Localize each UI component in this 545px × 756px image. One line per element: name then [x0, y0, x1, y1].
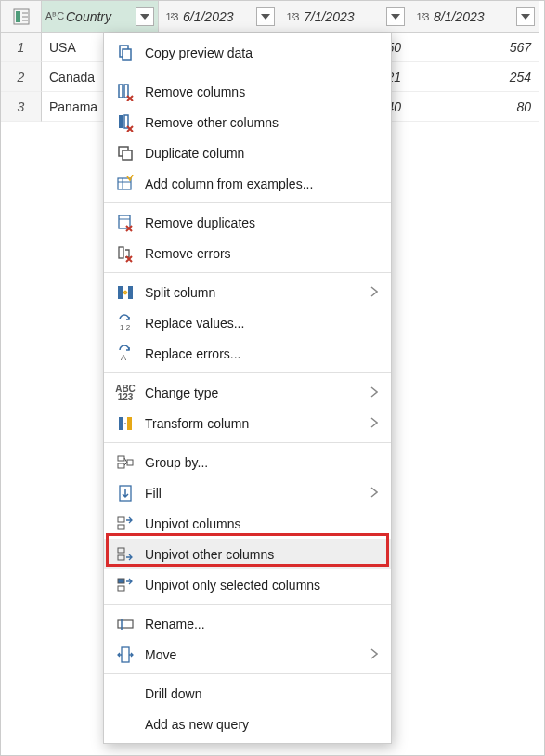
menu-remove-errors[interactable]: Remove errors: [104, 238, 391, 268]
menu-label: Replace errors...: [145, 346, 378, 361]
menu-label: Remove columns: [145, 85, 378, 99]
svg-rect-13: [118, 178, 131, 189]
row-header[interactable]: 1: [1, 33, 42, 62]
menu-rename[interactable]: Rename...: [104, 608, 391, 639]
copy-icon: [113, 43, 137, 63]
svg-rect-34: [118, 555, 124, 560]
menu-duplicate-column[interactable]: Duplicate column: [104, 137, 391, 168]
column-filter-button[interactable]: [386, 7, 405, 26]
svg-rect-6: [123, 49, 131, 60]
menu-separator: [104, 442, 391, 443]
svg-rect-7: [119, 85, 123, 98]
menu-move[interactable]: Move: [104, 639, 391, 670]
blank-icon: [113, 684, 137, 704]
menu-fill[interactable]: Fill: [104, 477, 391, 508]
menu-copy-preview[interactable]: Copy preview data: [104, 37, 391, 68]
change-type-icon: ABC123: [113, 383, 137, 403]
svg-rect-9: [119, 115, 123, 128]
unpivot-selected-icon: [113, 575, 137, 595]
menu-label: Replace values...: [145, 316, 378, 331]
menu-drill-down[interactable]: Drill down: [104, 678, 391, 709]
menu-change-type[interactable]: ABC123 Change type: [104, 377, 391, 408]
column-filter-button[interactable]: [136, 7, 154, 26]
column-name: Country: [66, 9, 136, 24]
svg-rect-33: [118, 548, 124, 553]
blank-icon: [113, 714, 137, 735]
menu-add-as-new-query[interactable]: Add as new query: [104, 709, 391, 739]
menu-replace-values[interactable]: 1 2 Replace values...: [104, 307, 391, 338]
submenu-arrow-icon: [370, 486, 378, 501]
svg-rect-24: [127, 417, 132, 430]
menu-replace-errors[interactable]: A Replace errors...: [104, 338, 391, 369]
menu-label: Unpivot only selected columns: [145, 578, 378, 593]
svg-rect-25: [118, 456, 124, 461]
menu-separator: [104, 673, 391, 674]
select-all-corner[interactable]: [1, 1, 42, 33]
duplicate-icon: [113, 143, 137, 163]
menu-label: Unpivot columns: [145, 516, 378, 531]
menu-group-by[interactable]: Group by...: [104, 447, 391, 477]
column-name: 8/1/2023: [434, 9, 516, 24]
transform-icon: [113, 413, 137, 434]
number-type-icon: 1²3: [413, 11, 432, 22]
remove-other-columns-icon: [113, 112, 137, 133]
row-header[interactable]: 2: [1, 62, 42, 92]
cell-value[interactable]: 567: [409, 33, 539, 62]
menu-split-column[interactable]: Split column: [104, 277, 391, 307]
rename-icon: [113, 614, 137, 634]
menu-label: Transform column: [145, 416, 370, 431]
replace-errors-icon: A: [113, 344, 137, 364]
menu-remove-other-columns[interactable]: Remove other columns: [104, 107, 391, 137]
cell-value[interactable]: 254: [409, 62, 539, 92]
menu-label: Copy preview data: [145, 46, 378, 60]
group-by-icon: [113, 452, 137, 473]
column-filter-button[interactable]: [256, 7, 275, 26]
column-name: 7/1/2023: [304, 9, 386, 24]
svg-rect-36: [118, 586, 124, 591]
svg-rect-37: [118, 620, 133, 628]
menu-unpivot-selected-columns[interactable]: Unpivot only selected columns: [104, 569, 391, 600]
menu-label: Remove other columns: [145, 115, 378, 130]
submenu-arrow-icon: [370, 385, 378, 400]
menu-separator: [104, 72, 391, 72]
submenu-arrow-icon: [370, 647, 378, 662]
row-header[interactable]: 3: [1, 92, 42, 122]
menu-transform-column[interactable]: Transform column: [104, 408, 391, 438]
menu-remove-columns[interactable]: Remove columns: [104, 76, 391, 107]
menu-label: Drill down: [145, 686, 378, 701]
menu-unpivot-columns[interactable]: Unpivot columns: [104, 508, 391, 539]
svg-text:1 2: 1 2: [120, 323, 131, 332]
menu-label: Change type: [145, 385, 370, 400]
unpivot-icon: [113, 514, 137, 534]
submenu-arrow-icon: [370, 285, 378, 300]
column-filter-button[interactable]: [516, 7, 535, 26]
svg-rect-20: [128, 286, 133, 299]
menu-separator: [104, 202, 391, 203]
menu-label: Unpivot other columns: [145, 547, 378, 562]
menu-add-column-from-examples[interactable]: Add column from examples...: [104, 168, 391, 199]
column-header-date1[interactable]: 1²3 6/1/2023: [159, 1, 279, 33]
menu-label: Add column from examples...: [145, 176, 378, 191]
column-header-date3[interactable]: 1²3 8/1/2023: [409, 1, 539, 33]
svg-rect-1: [16, 11, 20, 22]
menu-separator: [104, 372, 391, 373]
svg-rect-23: [119, 417, 123, 430]
svg-rect-18: [119, 247, 123, 258]
menu-unpivot-other-columns[interactable]: Unpivot other columns: [104, 539, 391, 569]
menu-label: Rename...: [145, 617, 378, 632]
svg-rect-39: [122, 647, 129, 662]
svg-rect-19: [118, 286, 123, 299]
column-name: 6/1/2023: [183, 9, 256, 24]
number-type-icon: 1²3: [283, 11, 302, 22]
menu-label: Fill: [145, 486, 370, 501]
svg-rect-27: [127, 460, 133, 465]
cell-value[interactable]: 80: [409, 92, 539, 122]
unpivot-other-icon: [113, 544, 137, 565]
submenu-arrow-icon: [370, 416, 378, 431]
svg-rect-35: [118, 579, 124, 583]
column-header-date2[interactable]: 1²3 7/1/2023: [279, 1, 409, 33]
remove-columns-icon: [113, 82, 137, 102]
menu-remove-duplicates[interactable]: Remove duplicates: [104, 207, 391, 238]
column-header-country[interactable]: AᴮC Country: [42, 1, 159, 33]
menu-separator: [104, 272, 391, 273]
